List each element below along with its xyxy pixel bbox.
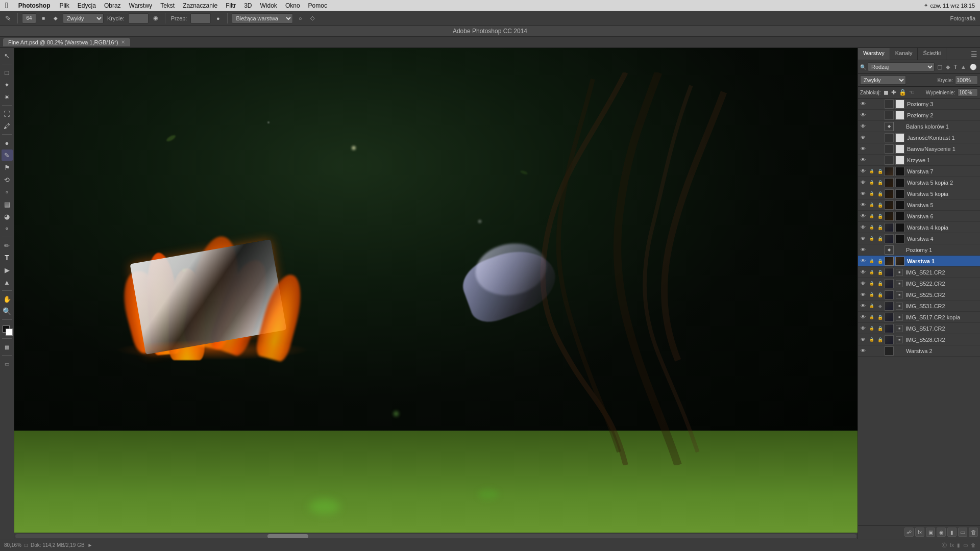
brush-preset-icon[interactable]: 64 <box>22 13 36 23</box>
layer-vis-icon[interactable]: 👁 <box>859 280 867 288</box>
layer-vis-icon[interactable]: 👁 <box>859 223 867 232</box>
menu-tekst[interactable]: Tekst <box>156 2 179 9</box>
filter-type-select[interactable]: Rodzaj <box>868 62 935 71</box>
tab-sciezki[interactable]: Ścieżki <box>918 48 946 60</box>
fill-input[interactable] <box>958 88 978 96</box>
lasso-tool[interactable]: ✦ <box>2 79 13 90</box>
pressure-icon[interactable]: ◉ <box>151 13 161 23</box>
layer-row-warstwa5[interactable]: 👁 🔒 🔒 Warstwa 5 <box>858 199 980 211</box>
dodge-tool[interactable]: ⚬ <box>2 223 13 234</box>
hand-tool[interactable]: ✋ <box>2 293 13 305</box>
apple-menu[interactable]:  <box>0 1 13 10</box>
sample-icon[interactable]: ○ <box>295 13 305 23</box>
color-boxes[interactable] <box>2 324 13 336</box>
menu-obraz[interactable]: Obraz <box>100 2 125 9</box>
status-arrow-btn[interactable]: ► <box>88 542 93 548</box>
panel-menu-btn[interactable]: ☰ <box>970 50 978 58</box>
filter-pixel-btn[interactable]: ▢ <box>936 64 943 70</box>
layers-list[interactable]: 👁 Poziomy 3 👁 Poziomy 2 👁 ◆ B <box>858 98 980 525</box>
zoom-tool[interactable]: 🔍 <box>2 306 13 317</box>
layer-vis-icon[interactable]: 👁 <box>859 246 867 254</box>
layer-vis-icon[interactable]: 👁 <box>859 134 867 142</box>
doc-close-btn[interactable]: ✕ <box>121 39 125 45</box>
tab-warstwy[interactable]: Warstwy <box>858 48 890 60</box>
brush-tool[interactable]: ✎ <box>2 149 13 161</box>
layer-vis-icon[interactable]: 👁 <box>859 291 867 299</box>
layer-row-img517k[interactable]: 👁 🔒 🔒 ■ IMG_S517.CR2 kopia <box>858 312 980 323</box>
screen-mode-tool[interactable]: ▭ <box>2 358 13 369</box>
filter-smart-btn[interactable]: ⚪ <box>969 64 978 70</box>
layer-row-img521[interactable]: 👁 🔒 🔒 ■ IMG_S521.CR2 <box>858 267 980 278</box>
menu-filtr[interactable]: Filtr <box>222 2 240 9</box>
layer-row-barwa[interactable]: 👁 Barwa/Nasycenie 1 <box>858 143 980 155</box>
tab-kanaly[interactable]: Kanały <box>890 48 918 60</box>
layer-row-warstwa4k[interactable]: 👁 🔒 🔒 Warstwa 4 kopia <box>858 222 980 233</box>
quick-mask-tool[interactable]: ▩ <box>2 341 13 353</box>
zoom-fit-btn[interactable]: □ <box>24 542 28 548</box>
layer-vis-icon[interactable]: 👁 <box>859 100 867 108</box>
layer-row-poziomy2[interactable]: 👁 Poziomy 2 <box>858 110 980 121</box>
przep-input[interactable]: 20% <box>190 13 211 23</box>
layer-vis-icon[interactable]: 👁 <box>859 268 867 277</box>
mask-icon[interactable]: ◇ <box>307 13 317 23</box>
layer-row-balans[interactable]: 👁 ◆ Balans kolorów 1 <box>858 121 980 132</box>
filter-adj-btn[interactable]: ◆ <box>945 64 951 70</box>
lock-pixel-btn[interactable]: ◼ <box>884 89 889 96</box>
layer-row-img522[interactable]: 👁 🔒 🔒 ■ IMG_S522.CR2 <box>858 278 980 289</box>
layer-vis-icon[interactable]: 👁 <box>859 257 867 265</box>
gradient-tool[interactable]: ▤ <box>2 198 13 210</box>
layer-vis-icon[interactable]: 👁 <box>859 111 867 119</box>
add-style-btn[interactable]: fx <box>915 528 924 537</box>
layer-vis-icon[interactable]: 👁 <box>859 336 867 344</box>
menu-3d[interactable]: 3D <box>240 2 256 9</box>
layer-row-warstwa2[interactable]: 👁 Warstwa 2 <box>858 345 980 357</box>
h-scrollbar[interactable] <box>14 533 857 539</box>
brush-toggle-icon[interactable]: ■ <box>38 13 48 23</box>
layer-vis-icon[interactable]: 👁 <box>859 145 867 153</box>
new-layer-btn[interactable]: ▭ <box>958 528 967 537</box>
pen-tool[interactable]: ✏ <box>2 240 13 251</box>
mode-select[interactable]: Zwykły <box>63 13 104 23</box>
history-brush-tool[interactable]: ⟲ <box>2 174 13 185</box>
layer-vis-icon[interactable]: 👁 <box>859 190 867 198</box>
menu-okno[interactable]: Okno <box>281 2 304 9</box>
layer-row-warstwa7[interactable]: 👁 🔒 🔒 Warstwa 7 <box>858 166 980 177</box>
layer-vis-icon[interactable]: 👁 <box>859 179 867 187</box>
shape-tool[interactable]: ▲ <box>2 277 13 288</box>
menu-pomoc[interactable]: Pomoc <box>304 2 331 9</box>
layer-row-warstwa5k[interactable]: 👁 🔒 🔒 Warstwa 5 kopia <box>858 188 980 199</box>
link-layers-btn[interactable]: ☍ <box>904 528 914 537</box>
lock-artboard-btn[interactable]: ☜ <box>909 89 915 96</box>
document-tab[interactable]: Fine Art.psd @ 80,2% (Warstwa 1,RGB/16*)… <box>3 38 130 46</box>
h-scroll-thumb[interactable] <box>267 534 308 538</box>
blur-tool[interactable]: ◕ <box>2 211 13 222</box>
layer-vis-icon[interactable]: 👁 <box>859 201 867 209</box>
airbrush-icon[interactable]: ● <box>213 13 223 23</box>
add-mask-btn[interactable]: ▣ <box>926 528 935 537</box>
layer-row-krzywe[interactable]: 👁 Krzywe 1 <box>858 155 980 166</box>
canvas-area[interactable] <box>14 48 857 539</box>
layer-row-img517[interactable]: 👁 🔒 🔒 ■ IMG_S517.CR2 <box>858 323 980 334</box>
new-adjustment-btn[interactable]: ◉ <box>937 528 946 537</box>
text-tool[interactable]: T <box>2 252 13 263</box>
menu-warstwy[interactable]: Warstwy <box>125 2 157 9</box>
marquee-tool[interactable]: □ <box>2 67 13 78</box>
new-group-btn[interactable]: ▮ <box>947 528 957 537</box>
layer-row-warstwa4[interactable]: 👁 🔒 🔒 Warstwa 4 <box>858 233 980 244</box>
layer-vis-icon[interactable]: 👁 <box>859 313 867 321</box>
menu-edycja[interactable]: Edycja <box>74 2 100 9</box>
eraser-tool[interactable]: ▫ <box>2 186 13 197</box>
menu-zaznaczanie[interactable]: Zaznaczanie <box>179 2 222 9</box>
eyedropper-tool[interactable]: 🖍 <box>2 120 13 132</box>
layer-row-poziomy1[interactable]: 👁 ◆ Poziomy 1 <box>858 244 980 256</box>
blend-mode-select[interactable]: Zwykły <box>860 76 906 85</box>
layer-row-warstwa1[interactable]: 👁 🔒 🔒 Warstwa 1 <box>858 256 980 267</box>
layer-vis-icon[interactable]: 👁 <box>859 324 867 333</box>
layer-row-img525[interactable]: 👁 🔒 🔒 ■ IMG_S525.CR2 <box>858 289 980 300</box>
layer-vis-icon[interactable]: 👁 <box>859 156 867 164</box>
layer-vis-icon[interactable]: 👁 <box>859 302 867 310</box>
magic-wand-tool[interactable]: ✷ <box>2 91 13 103</box>
delete-layer-btn[interactable]: 🗑 <box>969 528 978 537</box>
crop-tool[interactable]: ⛶ <box>2 108 13 119</box>
layer-vis-icon[interactable]: 👁 <box>859 167 867 176</box>
